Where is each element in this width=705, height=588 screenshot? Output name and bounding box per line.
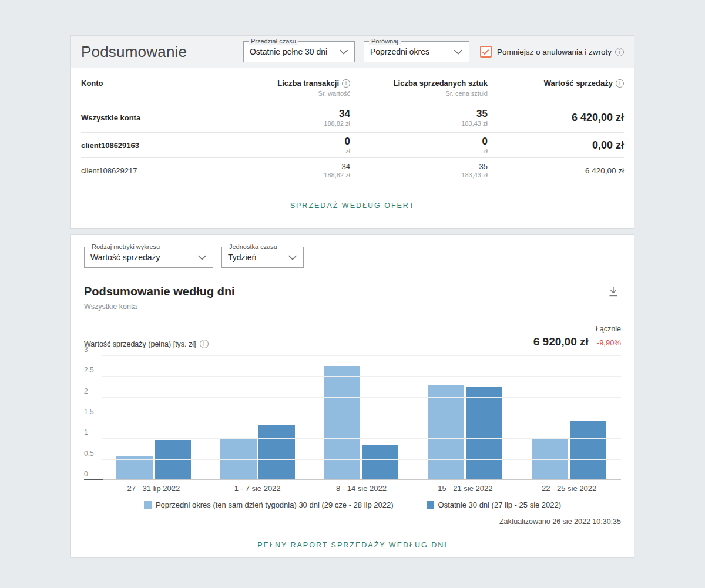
reduce-cancellations-checkbox[interactable]: Pomniejsz o anulowania i zwroty <box>480 46 624 58</box>
chevron-down-icon <box>454 49 463 55</box>
info-icon[interactable] <box>342 79 350 88</box>
bar[interactable] <box>324 366 360 479</box>
units-value: 0 <box>350 136 488 147</box>
y-tick-label: 0.5 <box>84 449 94 458</box>
metric-type-value: Wartość sprzedaży <box>90 253 193 262</box>
bar-group <box>206 425 310 479</box>
x-axis-label: 22 - 25 sie 2022 <box>517 484 621 493</box>
time-unit-label: Jednostka czasu <box>227 243 280 251</box>
y-axis-label: Wartość sprzedaży (pełna) [tys. zł] <box>84 340 196 348</box>
x-axis-label: 8 - 14 sie 2022 <box>310 484 414 493</box>
bar[interactable] <box>428 385 464 479</box>
bar[interactable] <box>258 425 295 479</box>
col-sales: Wartość sprzedaży <box>544 79 613 88</box>
x-axis-label: 27 - 31 lip 2022 <box>102 484 206 493</box>
chevron-down-icon <box>197 255 207 260</box>
page-title: Podsumowanie <box>81 43 243 61</box>
x-axis-label: 1 - 7 sie 2022 <box>206 484 310 493</box>
chevron-down-icon <box>339 49 348 55</box>
account-name: client108629163 <box>81 141 222 150</box>
account-name: client108629217 <box>81 166 222 175</box>
y-tick-label: 2.5 <box>84 366 94 374</box>
y-tick-label: 1.5 <box>84 408 94 416</box>
y-tick-label: 0 <box>84 470 88 478</box>
chevron-down-icon <box>288 255 297 260</box>
gridline <box>102 397 621 398</box>
metric-type-select[interactable]: Rodzaj metryki wykresu Wartość sprzedaży <box>84 247 213 268</box>
bar-chart: 00.511.522.53 27 - 31 lip 20221 - 7 sie … <box>84 355 621 493</box>
gridline <box>102 459 621 460</box>
col-transactions: Liczba transakcji <box>277 79 339 88</box>
transactions-value: 34 <box>222 162 350 171</box>
legend-label: Poprzedni okres (ten sam dzień tygodnia)… <box>156 500 394 509</box>
avg-value: 188,82 zł <box>222 172 350 179</box>
full-report-link[interactable]: PEŁNY RAPORT SPRZEDAŻY WEDŁUG DNI <box>257 541 447 549</box>
sales-value: 6 420,00 zł <box>488 166 624 175</box>
total-label: Łącznie <box>596 325 621 333</box>
checkbox-label: Pomniejsz o anulowania i zwroty <box>497 48 612 56</box>
metric-type-label: Rodzaj metryki wykresu <box>89 243 162 251</box>
y-tick-label: 3 <box>84 345 88 354</box>
bar[interactable] <box>116 456 153 479</box>
x-axis-label: 15 - 21 sie 2022 <box>413 484 517 493</box>
chart-subtitle: Wszystkie konta <box>84 303 235 311</box>
legend-swatch-dark <box>427 501 434 509</box>
bar[interactable] <box>466 387 502 479</box>
chart-card: Rodzaj metryki wykresu Wartość sprzedaży… <box>70 234 634 558</box>
total-change: -9,90% <box>597 338 621 347</box>
full-report-row: PEŁNY RAPORT SPRZEDAŻY WEDŁUG DNI <box>71 532 634 557</box>
chart-legend: Poprzedni okres (ten sam dzień tygodnia)… <box>84 500 621 509</box>
info-icon[interactable] <box>616 79 624 88</box>
legend-swatch-light <box>144 501 152 509</box>
gridline <box>102 438 621 439</box>
account-name: Wszystkie konta <box>81 113 222 122</box>
avg-price: - zł <box>350 147 488 155</box>
time-range-select[interactable]: Przedział czasu Ostatnie pełne 30 dni <box>243 41 355 62</box>
table-row: client108629163 0 - zł 0 - zł 0,00 zł <box>81 133 624 158</box>
table-row: Wszystkie konta 34 188,82 zł 35 183,43 z… <box>81 103 624 133</box>
summary-header: Podsumowanie Przedział czasu Ostatnie pe… <box>71 36 634 68</box>
gridline <box>102 418 621 418</box>
info-icon[interactable] <box>615 48 624 56</box>
units-value: 35 <box>350 108 488 119</box>
gridline <box>102 376 621 377</box>
avg-value: - zł <box>222 147 350 155</box>
legend-item-previous-period[interactable]: Poprzedni okres (ten sam dzień tygodnia)… <box>144 500 394 509</box>
avg-price: 183,43 zł <box>350 120 488 127</box>
y-tick-label: 2 <box>84 387 88 395</box>
x-axis-labels: 27 - 31 lip 20221 - 7 sie 20228 - 14 sie… <box>102 480 621 493</box>
dashboard-page: Podsumowanie Przedział czasu Ostatnie pe… <box>0 35 705 588</box>
time-unit-value: Tydzień <box>228 253 283 262</box>
totals-row: Wartość sprzedaży (pełna) [tys. zł] Łącz… <box>84 325 621 348</box>
sales-by-offers-link[interactable]: SPRZEDAŻ WEDŁUG OFERT <box>290 201 415 210</box>
legend-label: Ostatnie 30 dni (27 lip - 25 sie 2022) <box>438 500 562 509</box>
x-axis-line <box>102 479 621 480</box>
time-range-label: Przedział czasu <box>249 37 298 45</box>
units-value: 35 <box>350 162 488 171</box>
bar-group <box>413 385 517 479</box>
y-tick-label: 1 <box>84 428 88 436</box>
chart-controls: Rodzaj metryki wykresu Wartość sprzedaży… <box>84 247 621 268</box>
bar-group <box>517 421 621 479</box>
time-range-value: Ostatnie pełne 30 dni <box>250 47 334 56</box>
info-icon[interactable] <box>200 340 209 348</box>
legend-item-last-30-days[interactable]: Ostatnie 30 dni (27 lip - 25 sie 2022) <box>427 500 562 509</box>
compare-select[interactable]: Porównaj Poprzedni okres <box>364 41 469 62</box>
time-unit-select[interactable]: Jednostka czasu Tydzień <box>221 247 304 268</box>
transactions-value: 34 <box>222 108 350 119</box>
compare-label: Porównaj <box>369 37 401 45</box>
avg-value: 188,82 zł <box>222 120 350 127</box>
axis-origin-tick <box>84 479 103 480</box>
updated-timestamp: Zaktualizowano 26 sie 2022 10:30:35 <box>84 518 621 526</box>
chart-title: Podsumowanie według dni <box>84 285 235 298</box>
bar[interactable] <box>570 421 606 479</box>
total-value: 6 920,00 zł <box>533 335 589 348</box>
col-units: Liczba sprzedanych sztuk <box>394 79 488 88</box>
gridline <box>102 355 621 356</box>
sales-value: 6 420,00 zł <box>488 112 624 124</box>
sales-value: 0,00 zł <box>488 139 624 152</box>
download-icon[interactable] <box>606 285 621 301</box>
chart-header: Podsumowanie według dni Wszystkie konta <box>84 285 621 311</box>
bar[interactable] <box>362 445 398 479</box>
table-row: client108629217 34 188,82 zł 35 183,43 z… <box>81 158 624 183</box>
